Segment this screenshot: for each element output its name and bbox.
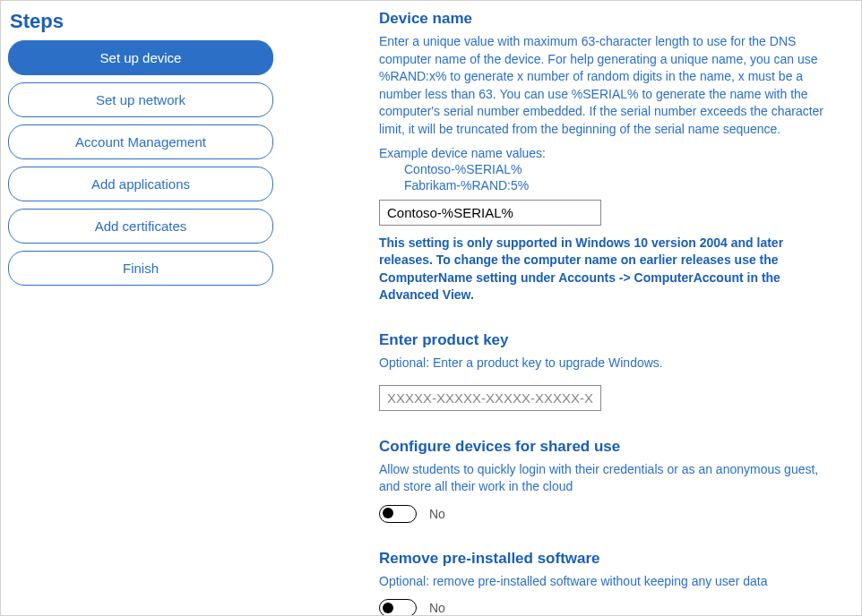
step-set-up-device[interactable]: Set up device bbox=[8, 40, 273, 75]
product-key-heading: Enter product key bbox=[379, 331, 840, 349]
step-set-up-network[interactable]: Set up network bbox=[8, 82, 273, 117]
device-name-section: Device name Enter a unique value with ma… bbox=[379, 10, 840, 304]
step-account-management[interactable]: Account Management bbox=[8, 124, 273, 159]
remove-software-toggle-label: No bbox=[429, 601, 445, 615]
step-finish[interactable]: Finish bbox=[8, 251, 273, 286]
steps-sidebar: Steps Set up device Set up network Accou… bbox=[1, 1, 280, 615]
remove-software-toggle[interactable] bbox=[379, 599, 417, 615]
shared-use-toggle[interactable] bbox=[379, 505, 417, 523]
remove-software-description: Optional: remove pre-installed software … bbox=[379, 573, 840, 591]
shared-use-description: Allow students to quickly login with the… bbox=[379, 461, 840, 496]
device-name-heading: Device name bbox=[379, 10, 840, 28]
device-name-input[interactable] bbox=[379, 200, 601, 226]
shared-use-section: Configure devices for shared use Allow s… bbox=[379, 438, 840, 523]
product-key-input[interactable] bbox=[379, 385, 601, 411]
device-name-description: Enter a unique value with maximum 63-cha… bbox=[379, 33, 840, 139]
product-key-section: Enter product key Optional: Enter a prod… bbox=[379, 331, 840, 411]
device-name-examples-label: Example device name values: bbox=[379, 146, 840, 160]
steps-title: Steps bbox=[8, 10, 273, 33]
remove-software-section: Remove pre-installed software Optional: … bbox=[379, 550, 840, 615]
toggle-knob bbox=[383, 603, 393, 613]
step-add-certificates[interactable]: Add certificates bbox=[8, 209, 273, 244]
remove-software-heading: Remove pre-installed software bbox=[379, 550, 840, 568]
remove-software-toggle-row: No bbox=[379, 599, 840, 615]
shared-use-toggle-label: No bbox=[429, 507, 445, 521]
device-name-example-2: Fabrikam-%RAND:5% bbox=[379, 178, 840, 192]
device-name-note: This setting is only supported in Window… bbox=[379, 235, 840, 304]
device-name-example-1: Contoso-%SERIAL% bbox=[379, 162, 840, 176]
step-add-applications[interactable]: Add applications bbox=[8, 167, 273, 201]
product-key-description: Optional: Enter a product key to upgrade… bbox=[379, 355, 840, 372]
shared-use-heading: Configure devices for shared use bbox=[379, 438, 840, 456]
main-content: Device name Enter a unique value with ma… bbox=[280, 1, 861, 615]
toggle-knob bbox=[383, 508, 393, 518]
shared-use-toggle-row: No bbox=[379, 505, 840, 523]
